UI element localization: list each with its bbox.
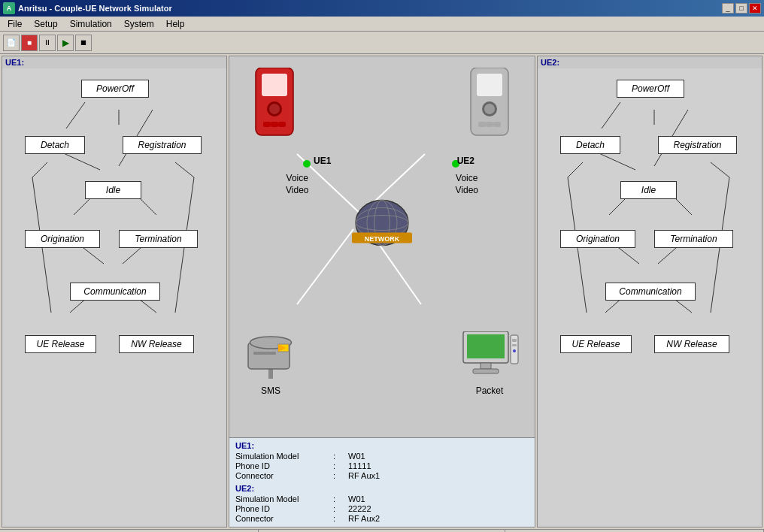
- menu-bar: File Setup Simulation System Help: [0, 17, 764, 32]
- window-title: Anritsu - Couple-UE Network Simulator: [18, 4, 172, 13]
- ue2-node-communication[interactable]: Communication: [605, 283, 696, 301]
- ue2-info-section: UE2:: [235, 484, 529, 493]
- svg-rect-29: [478, 122, 486, 127]
- ue2-phone-icon: [463, 68, 516, 153]
- menu-simulation[interactable]: Simulation: [64, 17, 118, 31]
- ue2-node-detach[interactable]: Detach: [560, 136, 620, 154]
- ue2-panel: UE2: PowerOff Detach Registration: [537, 56, 762, 527]
- packet-label: Packet: [459, 385, 520, 396]
- ue1-phone-id-row: Phone ID : 11111: [235, 461, 529, 470]
- toolbar-pause[interactable]: ⏸: [39, 35, 56, 51]
- ue2-diagram: PowerOff Detach Registration Idle Origin…: [538, 68, 762, 527]
- ue2-node-registration[interactable]: Registration: [658, 136, 737, 154]
- ue1-node-detach[interactable]: Detach: [25, 136, 85, 154]
- app-icon: A: [3, 2, 15, 14]
- center-ue2-label: UE2: [457, 156, 474, 166]
- ue1-node-termination[interactable]: Termination: [119, 230, 198, 248]
- toolbar-stop2[interactable]: ⏹: [75, 35, 92, 51]
- svg-rect-26: [477, 74, 502, 96]
- svg-line-64: [568, 162, 583, 177]
- ue1-phone-icon: [248, 68, 301, 153]
- ue2-connector-row: Connector : RF Aux2: [235, 514, 529, 523]
- ue1-node-poweroff[interactable]: PowerOff: [81, 80, 149, 98]
- ue2-connector-label: Connector: [235, 514, 333, 523]
- ue1-connector-val: RF Aux1: [348, 471, 380, 480]
- status-bar: Status: Registration : CS PS BTS DL Ref.…: [0, 529, 764, 532]
- minimize-button[interactable]: _: [722, 3, 734, 14]
- menu-help[interactable]: Help: [160, 17, 191, 31]
- center-info: UE1: Simulation Model : W01 Phone ID : 1…: [229, 437, 535, 527]
- ue2-node-ue-release[interactable]: UE Release: [560, 335, 632, 353]
- svg-line-54: [602, 102, 620, 128]
- ue2-node-nw-release[interactable]: NW Release: [654, 335, 729, 353]
- ue1-sim-model-val: W01: [348, 452, 365, 461]
- svg-line-16: [297, 229, 353, 304]
- ue2-sim-model-val: W01: [348, 494, 365, 503]
- ue1-panel: UE1:: [2, 56, 227, 527]
- svg-line-13: [175, 162, 194, 177]
- menu-setup[interactable]: Setup: [28, 17, 63, 31]
- ue1-node-ue-release[interactable]: UE Release: [25, 335, 96, 353]
- title-bar-controls: _ □ ✕: [722, 3, 761, 14]
- ue2-phone-id-row: Phone ID : 22222: [235, 504, 529, 513]
- ue2-label: UE2:: [538, 56, 762, 68]
- ue1-node-nw-release[interactable]: NW Release: [119, 335, 194, 353]
- svg-text:NETWORK: NETWORK: [365, 235, 400, 243]
- menu-system[interactable]: System: [118, 17, 160, 31]
- title-bar-left: A Anritsu - Couple-UE Network Simulator: [3, 2, 172, 14]
- toolbar-stop[interactable]: ■: [21, 35, 38, 51]
- ue2-node-origination[interactable]: Origination: [560, 230, 635, 248]
- ue2-phone-id-colon: :: [333, 504, 348, 513]
- ue1-info-section: UE1:: [235, 441, 529, 450]
- center-top: UE1 VoiceVideo UE2 VoiceVideo: [229, 56, 535, 437]
- svg-rect-42: [253, 352, 276, 355]
- center-ue1-label: UE1: [314, 156, 331, 166]
- ue2-connector-val: RF Aux2: [348, 514, 380, 523]
- ue1-connector-label: Connector: [235, 471, 333, 480]
- ue1-status-dot: [303, 160, 311, 168]
- sms-label: SMS: [244, 385, 297, 396]
- sms-icon: SMS: [244, 335, 297, 396]
- svg-rect-51: [512, 344, 517, 346]
- center-ue2-services: VoiceVideo: [456, 173, 478, 196]
- svg-rect-23: [271, 122, 278, 127]
- ue2-node-poweroff[interactable]: PowerOff: [617, 80, 684, 98]
- svg-rect-48: [473, 369, 499, 373]
- menu-file[interactable]: File: [2, 17, 28, 31]
- ue1-phone-id-colon: :: [333, 461, 348, 470]
- ue1-connector-colon: :: [333, 471, 348, 480]
- ue1-node-registration[interactable]: Registration: [123, 136, 202, 154]
- ue2-phone-id-val: 22222: [348, 504, 371, 513]
- packet-icon: Packet: [459, 331, 520, 396]
- ue1-sim-model-colon: :: [333, 452, 348, 461]
- ue1-sim-model-label: Simulation Model: [235, 452, 333, 461]
- title-bar: A Anritsu - Couple-UE Network Simulator …: [0, 0, 764, 17]
- network-diagram: UE1 VoiceVideo UE2 VoiceVideo: [229, 56, 535, 437]
- center-ue1-services: VoiceVideo: [286, 173, 308, 196]
- svg-rect-47: [481, 363, 491, 369]
- toolbar-new[interactable]: 📄: [3, 35, 20, 51]
- toolbar: 📄 ■ ⏸ ▶ ⏹: [0, 32, 764, 54]
- close-button[interactable]: ✕: [749, 3, 761, 14]
- svg-line-1: [66, 102, 85, 128]
- svg-rect-24: [278, 122, 286, 127]
- ue2-sim-model-row: Simulation Model : W01: [235, 494, 529, 503]
- svg-rect-19: [262, 74, 287, 96]
- ue2-node-termination[interactable]: Termination: [654, 230, 733, 248]
- ue2-sim-model-label: Simulation Model: [235, 494, 333, 503]
- ue1-node-communication[interactable]: Communication: [70, 283, 160, 301]
- ue2-node-idle[interactable]: Idle: [620, 181, 677, 199]
- ue1-node-origination[interactable]: Origination: [25, 230, 100, 248]
- toolbar-play[interactable]: ▶: [57, 35, 74, 51]
- svg-point-28: [484, 104, 495, 114]
- maximize-button[interactable]: □: [735, 3, 747, 14]
- ue1-phone-id-val: 11111: [348, 461, 371, 470]
- ue2-phone-id-label: Phone ID: [235, 504, 333, 513]
- svg-point-21: [269, 104, 280, 114]
- ue1-sim-model-row: Simulation Model : W01: [235, 452, 529, 461]
- ue1-node-idle[interactable]: Idle: [85, 181, 141, 199]
- ue2-sim-model-colon: :: [333, 494, 348, 503]
- svg-rect-22: [263, 122, 271, 127]
- svg-rect-50: [512, 339, 517, 342]
- ue1-label: UE1:: [2, 56, 226, 68]
